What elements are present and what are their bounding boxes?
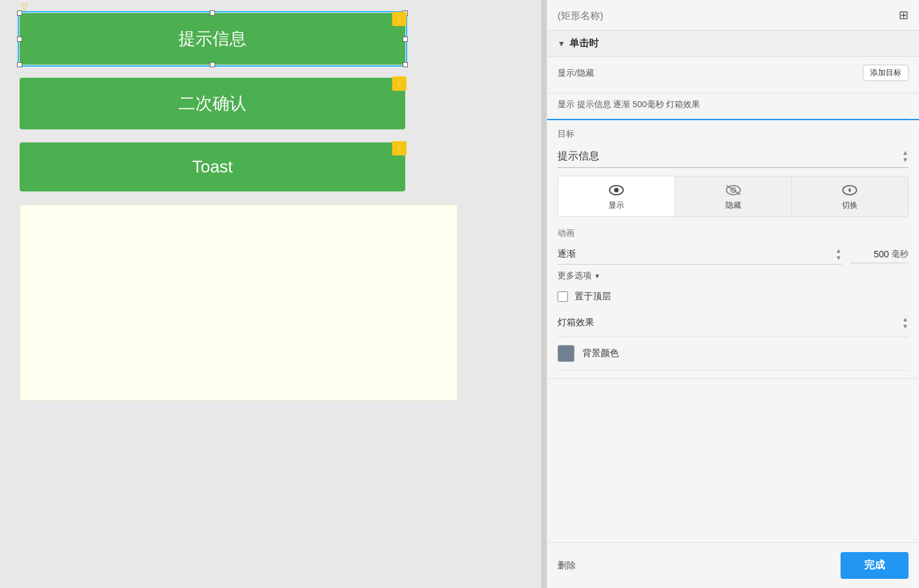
- settings-icon[interactable]: ⊞: [899, 8, 909, 22]
- target-field-row: 目标: [558, 128, 909, 142]
- more-options-label: 更多选项: [558, 270, 592, 280]
- widget-wrapper-3: Toast ⚡: [20, 142, 405, 191]
- animation-row: 逐渐 ▲ ▼ 毫秒: [558, 244, 909, 265]
- target-field-label: 目标: [558, 128, 584, 140]
- visibility-group: 显示 隐藏 切换: [558, 176, 909, 217]
- target-spinner[interactable]: ▲ ▼: [902, 149, 909, 163]
- lightbox-label: 灯箱效果: [558, 317, 594, 329]
- more-options-toggle[interactable]: 更多选项 ▼: [558, 265, 909, 284]
- animation-spinner[interactable]: ▲ ▼: [835, 247, 842, 261]
- bg-color-row: 背景颜色: [558, 337, 909, 370]
- action-summary[interactable]: 显示 提示信息 逐渐 500毫秒 灯箱效果: [558, 93, 909, 119]
- bg-color-swatch[interactable]: [558, 345, 575, 362]
- button-3[interactable]: Toast: [20, 142, 405, 191]
- widget-wrapper-1: ▽ 提示信息 ⚡: [20, 13, 405, 65]
- lightning-badge-1: ⚡: [392, 12, 407, 26]
- trigger-section-header: ▼ 单击时: [547, 31, 919, 57]
- animation-select[interactable]: 逐渐 ▲ ▼: [558, 244, 842, 265]
- done-button[interactable]: 完成: [841, 552, 909, 579]
- lightning-badge-2: ⚡: [392, 76, 407, 91]
- svg-point-1: [614, 188, 618, 193]
- canvas-divider[interactable]: [541, 0, 546, 588]
- show-label: 显示: [609, 200, 624, 211]
- target-section: 目标 提示信息 ▲ ▼ 显示: [547, 119, 919, 379]
- more-options-arrow-icon: ▼: [594, 272, 601, 280]
- handle-bm[interactable]: [210, 62, 215, 67]
- visibility-toggle-button[interactable]: 切换: [792, 176, 908, 216]
- eye-hide-icon: [724, 183, 743, 197]
- trigger-arrow-icon: ▼: [558, 39, 565, 48]
- trigger-label: 单击时: [569, 37, 599, 50]
- handle-br[interactable]: [403, 62, 408, 67]
- hide-label: 隐藏: [726, 200, 741, 211]
- panel-title-input[interactable]: [558, 10, 899, 21]
- top-layer-row: 置于顶层: [558, 284, 909, 309]
- widget-wrapper-2: 二次确认 ⚡: [20, 78, 405, 129]
- handle-bl[interactable]: [17, 62, 22, 67]
- add-target-button[interactable]: 添加目标: [863, 65, 909, 81]
- note-area: [20, 204, 458, 400]
- handle-tm[interactable]: [210, 10, 215, 16]
- canvas-area: ▽ 提示信息 ⚡ 二次确认 ⚡ Toast ⚡: [0, 0, 541, 588]
- visibility-show-button[interactable]: 显示: [558, 176, 675, 216]
- delete-button[interactable]: 删除: [558, 560, 576, 572]
- visibility-hide-button[interactable]: 隐藏: [675, 176, 792, 216]
- animation-section: 动画 逐渐 ▲ ▼ 毫秒: [558, 227, 909, 265]
- button-2[interactable]: 二次确认: [20, 78, 405, 129]
- animation-value: 逐渐: [558, 248, 576, 260]
- eye-show-icon: [607, 183, 626, 197]
- panel-header: ⊞: [547, 0, 919, 31]
- right-panel: ⊞ ▼ 单击时 显示/隐藏 添加目标 显示 提示信息 逐渐 500毫秒 灯箱效果…: [546, 0, 919, 588]
- toggle-label: 切换: [842, 200, 858, 211]
- handle-mr[interactable]: [403, 37, 408, 42]
- eye-toggle-icon: [841, 183, 859, 197]
- show-hide-label: 显示/隐藏: [558, 67, 594, 79]
- bg-color-label: 背景颜色: [582, 348, 619, 359]
- button-1[interactable]: 提示信息: [20, 13, 405, 65]
- lightbox-spinner[interactable]: ▲ ▼: [902, 316, 909, 330]
- show-hide-row-label: 显示/隐藏 添加目标: [558, 65, 909, 81]
- duration-field: 毫秒: [850, 246, 909, 263]
- animation-label: 动画: [558, 227, 909, 239]
- lightning-badge-3: ⚡: [392, 141, 407, 155]
- lightbox-row: 灯箱效果 ▲ ▼: [558, 309, 909, 337]
- duration-unit: 毫秒: [892, 248, 909, 260]
- handle-ml[interactable]: [17, 37, 22, 42]
- top-layer-checkbox[interactable]: [558, 291, 568, 302]
- show-hide-section: 显示/隐藏 添加目标: [547, 57, 919, 93]
- target-value[interactable]: 提示信息: [558, 150, 599, 163]
- handle-tl[interactable]: [17, 10, 22, 16]
- duration-input[interactable]: [850, 249, 889, 259]
- top-layer-label: 置于顶层: [575, 291, 611, 302]
- panel-footer: 删除 完成: [547, 542, 919, 588]
